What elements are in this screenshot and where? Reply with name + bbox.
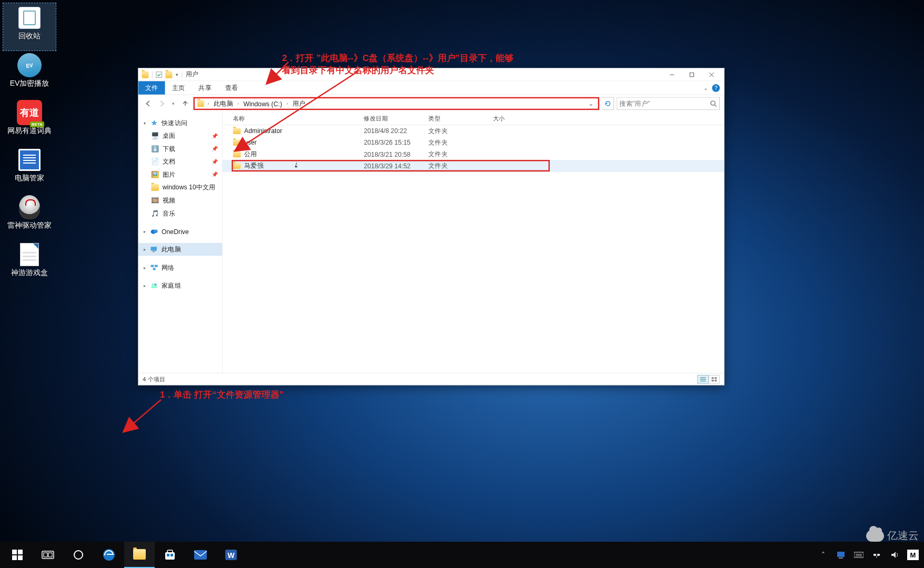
chevron-right-icon[interactable]: › (236, 100, 241, 106)
file-name: 马爱强 (244, 161, 264, 170)
svg-marker-6 (151, 120, 157, 126)
sidebar-item-pictures[interactable]: 🖼️图片📌 (138, 168, 223, 181)
sidebar-label: 图片 (163, 170, 176, 179)
table-row[interactable]: 公用 2018/3/21 20:58 文件夹 (223, 148, 724, 160)
desktop-icon-thunder[interactable]: 雷神驱动管家 (3, 192, 56, 240)
checkbox-icon[interactable] (156, 72, 162, 77)
tray-pcmanager-icon[interactable] (836, 550, 846, 560)
sidebar-item-videos[interactable]: 🎞️视频 (138, 194, 223, 207)
taskbar-word[interactable]: W (216, 542, 246, 568)
arrow-left-icon (144, 100, 152, 108)
sidebar-homegroup[interactable]: ▸ 家庭组 (138, 279, 223, 292)
cloud-icon (866, 530, 884, 542)
sidebar-network[interactable]: ▸ 网络 (138, 261, 223, 274)
svg-rect-45 (854, 552, 863, 557)
chevron-right-icon[interactable]: ▸ (143, 283, 147, 288)
table-row[interactable]: Administrator 2018/4/8 20:22 文件夹 (223, 125, 724, 137)
table-row[interactable]: 马爱强 2018/3/29 14:52 文件夹 (223, 160, 724, 171)
breadcrumb[interactable]: 用户 (292, 99, 306, 108)
sidebar-item-documents[interactable]: 📄文档📌 (138, 155, 223, 168)
taskbar-mail[interactable] (185, 542, 216, 568)
sidebar-item-music[interactable]: 🎵音乐 (138, 207, 223, 220)
file-icon (20, 243, 39, 266)
ribbon-collapse-icon[interactable]: ⌄ (704, 85, 708, 90)
file-type: 文件夹 (425, 161, 490, 170)
cortana-icon (73, 549, 84, 561)
nav-back-button[interactable] (143, 98, 154, 109)
chevron-down-icon[interactable]: ▾ (143, 120, 147, 125)
folder-icon (197, 100, 204, 107)
nav-up-button[interactable] (179, 98, 190, 109)
chevron-right-icon[interactable]: ▸ (143, 247, 147, 252)
taskbar-edge[interactable] (94, 542, 124, 568)
column-date[interactable]: 修改日期 (360, 115, 425, 123)
windows-icon (12, 550, 23, 560)
address-bar[interactable]: › 此电脑 › Windows (C:) › 用户 ⌄ (194, 97, 599, 110)
desktop-icon-ev[interactable]: EV EV加密播放 (3, 50, 56, 98)
tab-view[interactable]: 查看 (218, 81, 245, 94)
sidebar-label: windows 10中文用 (163, 184, 216, 192)
tab-share[interactable]: 共享 (192, 81, 218, 94)
tray-volume-icon[interactable] (889, 550, 900, 560)
sidebar-item-folder[interactable]: windows 10中文用 (138, 181, 223, 194)
column-type[interactable]: 类型 (425, 115, 490, 123)
tray-network-icon[interactable] (871, 550, 882, 560)
sidebar-quick-access[interactable]: ▾ 快速访问 (138, 116, 223, 129)
tray-ime[interactable]: M (907, 550, 919, 560)
sidebar-onedrive[interactable]: ▸ OneDrive (138, 225, 223, 238)
desktop-icon-label: 神游游戏盒 (11, 268, 48, 277)
chevron-right-icon[interactable]: › (285, 100, 290, 106)
close-button[interactable] (702, 68, 722, 81)
svg-rect-38 (167, 554, 169, 556)
help-icon[interactable]: ? (712, 84, 720, 92)
view-large-icons-button[interactable] (709, 375, 720, 383)
taskbar-file-explorer[interactable] (124, 542, 155, 568)
breadcrumb[interactable]: 此电脑 (213, 99, 234, 108)
nav-forward-button[interactable] (156, 98, 167, 109)
chevron-right-icon[interactable]: ▸ (143, 229, 147, 234)
svg-rect-13 (153, 268, 156, 270)
svg-rect-19 (700, 380, 706, 381)
refresh-button[interactable] (602, 97, 614, 110)
sidebar-this-pc[interactable]: ▸ 此电脑 (138, 243, 223, 256)
svg-line-5 (715, 105, 716, 106)
file-name: 公用 (244, 150, 257, 158)
nav-recent-button[interactable]: ▾ (170, 98, 177, 109)
tray-chevron-up-icon[interactable]: ˄ (818, 550, 828, 560)
chevron-right-icon[interactable]: › (206, 100, 211, 106)
search-input[interactable]: 搜索"用户" (617, 97, 720, 110)
desktop-icon-recycle-bin[interactable]: 回收站 (3, 3, 56, 50)
youdao-icon: 有道 (17, 100, 42, 125)
view-details-button[interactable] (697, 375, 708, 383)
sidebar-label: 家庭组 (162, 281, 181, 290)
search-icon[interactable] (710, 100, 717, 107)
maximize-button[interactable] (682, 68, 702, 81)
taskbar-store[interactable] (155, 542, 185, 568)
tray-keyboard-icon[interactable] (853, 550, 864, 560)
qat-dropdown-icon[interactable]: ▾ (176, 72, 178, 77)
minimize-button[interactable] (662, 68, 682, 81)
desktop-icon-pcmanager[interactable]: 电脑管家 (3, 145, 56, 192)
status-text: 4 个项目 (143, 375, 166, 383)
desktop-icon-shenyou[interactable]: 神游游戏盒 (3, 240, 56, 287)
task-view-button[interactable] (33, 542, 63, 568)
chevron-right-icon[interactable]: ▸ (143, 265, 147, 270)
svg-rect-30 (18, 555, 23, 560)
arrow-up-icon (182, 100, 189, 108)
column-name[interactable]: 名称 (223, 115, 360, 123)
breadcrumb[interactable]: Windows (C:) (243, 100, 283, 107)
column-size[interactable]: 大小 (489, 115, 554, 123)
tab-home[interactable]: 主页 (165, 81, 192, 94)
desktop-icon-youdao[interactable]: 有道 网易有道词典 (3, 98, 56, 145)
svg-marker-51 (891, 552, 896, 558)
svg-rect-48 (873, 554, 876, 556)
cortana-button[interactable] (63, 542, 94, 568)
desktop-icon-label: 雷神驱动管家 (7, 221, 52, 229)
sidebar-item-downloads[interactable]: ⬇️下载📌 (138, 143, 223, 156)
sidebar-item-desktop[interactable]: 🖥️桌面📌 (138, 129, 223, 143)
address-dropdown-icon[interactable]: ⌄ (586, 100, 595, 108)
tab-file[interactable]: 文件 (138, 81, 165, 94)
table-row[interactable]: user 2018/3/26 15:15 文件夹 (223, 137, 724, 148)
file-name: user (244, 139, 257, 146)
start-button[interactable] (2, 542, 33, 568)
